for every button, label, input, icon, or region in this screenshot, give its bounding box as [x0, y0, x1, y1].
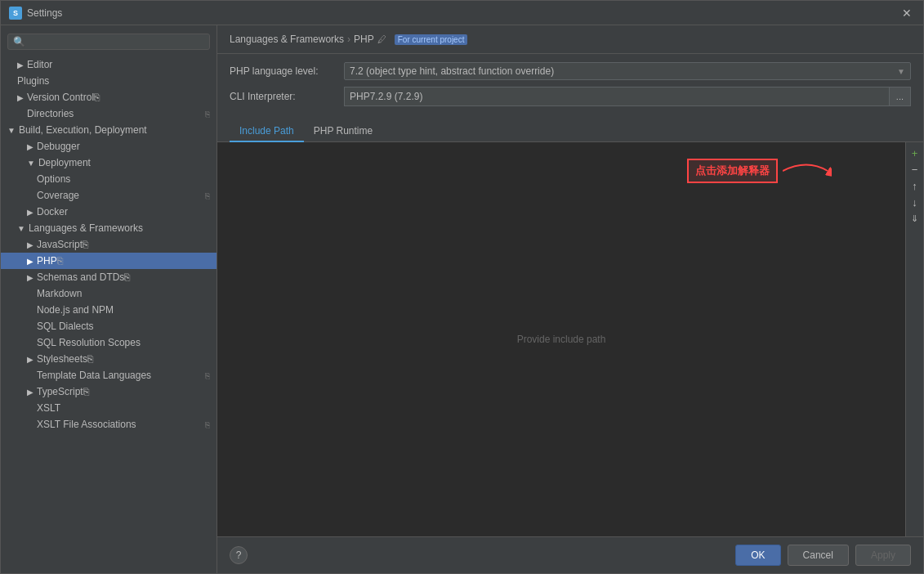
sidebar-item-javascript[interactable]: ▶ JavaScript ⎘: [1, 236, 216, 253]
apply-button[interactable]: Apply: [855, 545, 911, 566]
sidebar-item-label: SQL Resolution Scopes: [37, 337, 141, 348]
tab-include-path[interactable]: Include Path: [230, 121, 304, 142]
right-panel: Languages & Frameworks › PHP 🖊 For curre…: [217, 25, 923, 573]
sidebar-item-label: SQL Dialects: [37, 321, 94, 332]
move-up-button[interactable]: ↑: [908, 178, 922, 193]
sidebar-item-label: PHP: [37, 255, 57, 267]
breadcrumb: Languages & Frameworks › PHP 🖊 For curre…: [217, 25, 923, 54]
sidebar-item-docker[interactable]: ▶ Docker: [1, 204, 216, 220]
annotation-arrow-svg: [783, 155, 832, 187]
project-badge: For current project: [395, 34, 468, 45]
sidebar-item-editor[interactable]: ▶ Editor: [1, 56, 216, 73]
sidebar-item-label: Deployment: [38, 157, 91, 168]
annotation-text: 点击添加解释器: [687, 159, 778, 183]
expand-arrow: ▶: [17, 93, 24, 102]
help-label: ?: [236, 549, 242, 561]
php-level-row: PHP language level: 7.2 (object type hin…: [230, 62, 911, 80]
expand-arrow: ▶: [27, 257, 33, 266]
sidebar-item-label: Directories: [27, 108, 74, 119]
sidebar-item-label: Node.js and NPM: [37, 304, 114, 316]
move-bottom-button[interactable]: ⇓: [908, 211, 922, 226]
sidebar-item-template-data[interactable]: Template Data Languages ⎘: [1, 367, 216, 383]
expand-arrow: ▼: [27, 159, 35, 168]
path-list-empty-text: Provide include path: [217, 142, 905, 536]
project-icon: 🖊: [377, 34, 386, 44]
sidebar-item-coverage[interactable]: Coverage ⎘: [1, 187, 216, 204]
add-path-button[interactable]: +: [908, 146, 922, 160]
sidebar-item-deployment[interactable]: ▼ Deployment: [1, 155, 216, 171]
main-content: 🔍 ▶ Editor Plugins ▶ Version Control ⎘ D…: [1, 25, 923, 573]
copy-icon: ⎘: [205, 371, 210, 380]
sidebar-item-label: Plugins: [17, 75, 49, 87]
sidebar-item-lang-frameworks[interactable]: ▼ Languages & Frameworks: [1, 220, 216, 236]
ok-label: OK: [751, 549, 765, 561]
copy-icon: ⎘: [94, 92, 100, 103]
sidebar-item-debugger[interactable]: ▶ Debugger: [1, 138, 216, 155]
app-icon: S: [9, 7, 22, 20]
sidebar-item-typescript[interactable]: ▶ TypeScript ⎘: [1, 383, 216, 400]
tab-content: Provide include path 点击添加解释器: [217, 142, 923, 536]
settings-form: PHP language level: 7.2 (object type hin…: [217, 54, 923, 121]
interpreter-wrapper: PHP7.2.9 (7.2.9) ...: [344, 87, 911, 106]
sidebar-item-sql-dialects[interactable]: SQL Dialects: [1, 318, 216, 334]
window-title: Settings: [27, 7, 899, 19]
sidebar-item-label: TypeScript: [37, 386, 83, 397]
move-down-button[interactable]: ↓: [908, 195, 922, 209]
cancel-button[interactable]: Cancel: [788, 545, 849, 566]
sidebar-item-xslt[interactable]: XSLT: [1, 400, 216, 416]
sidebar-item-label: Options: [37, 173, 70, 185]
close-button[interactable]: ✕: [899, 5, 915, 21]
sidebar-item-label: Version Control: [27, 92, 94, 103]
sidebar: 🔍 ▶ Editor Plugins ▶ Version Control ⎘ D…: [1, 25, 217, 573]
cli-interpreter-row: CLI Interpreter: PHP7.2.9 (7.2.9) ...: [230, 87, 911, 106]
sidebar-item-directories[interactable]: Directories ⎘: [1, 105, 216, 122]
bottom-bar: ? OK Cancel Apply: [217, 536, 923, 573]
interpreter-btn-label: ...: [896, 92, 904, 101]
expand-arrow: ▶: [27, 273, 33, 282]
sidebar-item-xslt-file-assoc[interactable]: XSLT File Associations ⎘: [1, 416, 216, 433]
remove-path-button[interactable]: −: [908, 162, 922, 177]
php-level-select[interactable]: 7.2 (object type hint, abstract function…: [344, 62, 911, 80]
interpreter-value: PHP7.2.9 (7.2.9): [350, 91, 422, 102]
sidebar-item-build-exec-deploy[interactable]: ▼ Build, Execution, Deployment: [1, 122, 216, 138]
expand-arrow: ▶: [27, 208, 33, 217]
sidebar-item-label: Editor: [27, 59, 52, 70]
path-list-area[interactable]: Provide include path 点击添加解释器: [217, 142, 905, 536]
expand-arrow: ▶: [27, 388, 33, 397]
copy-icon: ⎘: [83, 239, 88, 250]
sidebar-item-markdown[interactable]: Markdown: [1, 285, 216, 302]
sidebar-item-schemas-dtds[interactable]: ▶ Schemas and DTDs ⎘: [1, 269, 216, 285]
sidebar-tools: + − ↑ ↓ ⇓: [905, 142, 923, 536]
expand-arrow: ▶: [27, 142, 33, 151]
apply-label: Apply: [871, 549, 895, 561]
sidebar-item-plugins[interactable]: Plugins: [1, 73, 216, 89]
help-button[interactable]: ?: [230, 546, 248, 564]
sidebar-item-label: Stylesheets: [37, 353, 87, 365]
expand-arrow: ▶: [27, 240, 33, 249]
breadcrumb-separator: ›: [347, 34, 350, 45]
sidebar-item-stylesheets[interactable]: ▶ Stylesheets ⎘: [1, 351, 216, 367]
sidebar-item-label: XSLT File Associations: [37, 419, 136, 430]
dropdown-arrow-icon: ▼: [897, 67, 905, 76]
sidebar-item-label: Coverage: [37, 190, 79, 201]
expand-arrow: ▼: [7, 126, 16, 135]
tab-php-runtime[interactable]: PHP Runtime: [304, 121, 382, 142]
interpreter-settings-button[interactable]: ...: [890, 87, 911, 106]
php-level-value: 7.2 (object type hint, abstract function…: [350, 65, 554, 77]
sidebar-item-label: Template Data Languages: [37, 370, 151, 381]
search-input[interactable]: [29, 36, 204, 47]
copy-icon: ⎘: [205, 110, 210, 119]
search-icon: 🔍: [13, 36, 25, 47]
annotation-overlay: 点击添加解释器: [687, 155, 832, 187]
sidebar-item-version-control[interactable]: ▶ Version Control ⎘: [1, 89, 216, 105]
sidebar-item-options[interactable]: Options: [1, 171, 216, 187]
sidebar-item-label: Languages & Frameworks: [29, 222, 143, 234]
sidebar-item-sql-resolution[interactable]: SQL Resolution Scopes: [1, 334, 216, 351]
sidebar-item-php[interactable]: ▶ PHP ⎘: [1, 253, 216, 269]
sidebar-item-nodejs-npm[interactable]: Node.js and NPM: [1, 302, 216, 318]
tabs: Include Path PHP Runtime: [217, 121, 923, 142]
ok-button[interactable]: OK: [735, 545, 780, 566]
search-box[interactable]: 🔍: [7, 34, 210, 50]
php-level-control: 7.2 (object type hint, abstract function…: [344, 62, 911, 80]
sidebar-item-label: Build, Execution, Deployment: [19, 124, 147, 136]
